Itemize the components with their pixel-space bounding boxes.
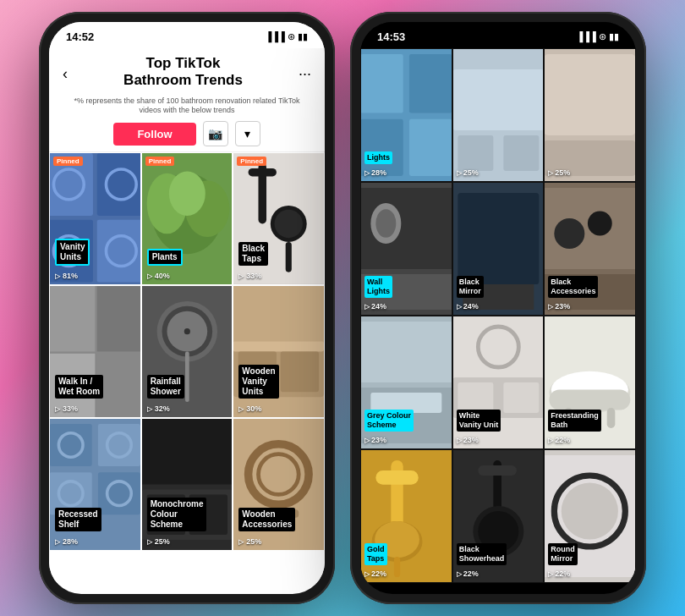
pinned-badge-2: Pinned [145, 157, 175, 166]
p2-label-black-shower: BlackShowerhead [457, 543, 507, 565]
p2-cell-lights[interactable]: Lights ▷ 28% [360, 48, 452, 182]
grid-cell-wetroom[interactable]: Walk In /Wet Room ▷ 33% [49, 285, 141, 418]
p2-cell-round-mirror[interactable]: RoundMirror ▷ 22% [544, 449, 636, 583]
status-icons-2: ▐▐▐ ⊛ ▮▮ [577, 31, 620, 42]
svg-rect-33 [233, 342, 324, 352]
p2-views-white-vanity: ▷ 23% [457, 436, 479, 444]
p2-cell-white-vanity[interactable]: WhiteVanity Unit ▷ 23% [452, 316, 545, 449]
svg-rect-58 [409, 119, 452, 176]
p2-cell-3[interactable]: ▷ 25% [544, 48, 636, 182]
p2-views-grey-scheme: ▷ 23% [364, 436, 386, 444]
p2-cell-grey-scheme[interactable]: Grey ColourScheme ▷ 23% [360, 316, 452, 449]
status-bar-1: 14:52 ▐▐▐ ⊛ ▮▮ [49, 22, 325, 48]
grid-row-3: RecessedShelf ▷ 28% MonochromeColourSche… [49, 418, 325, 551]
cell-views-8: ▷ 25% [147, 537, 170, 546]
svg-point-69 [375, 209, 396, 238]
cell-label-2: Plants [147, 249, 183, 266]
cell-label-9: WoodenAccessories [238, 508, 295, 531]
grid-cell-mono[interactable]: MonochromeColourScheme ▷ 25% [141, 418, 233, 551]
grid-cell-vanity[interactable]: Pinned VanityUnits ▷ 81% [49, 152, 141, 285]
time-1: 14:52 [66, 30, 94, 43]
svg-rect-30 [185, 352, 189, 403]
p2-views-wall-lights: ▷ 24% [364, 302, 386, 311]
grid-cell-black-taps[interactable]: Pinned BlackTaps ▷ 33% [233, 152, 325, 285]
cell-label-8: MonochromeColourScheme [147, 498, 207, 531]
grid-cell-shower[interactable]: RainfallShower ▷ 32% [141, 285, 233, 418]
svg-point-13 [169, 172, 206, 216]
grid-cell-wooden-vanity[interactable]: WoodenVanityUnits ▷ 30% [233, 285, 325, 418]
p2-views-black-shower: ▷ 22% [457, 569, 479, 578]
profile-actions: Follow 📷 ▾ [63, 121, 311, 146]
cell-views-6: ▷ 30% [238, 404, 261, 413]
p2-label-black-acc: BlackAccessories [548, 276, 598, 298]
svg-rect-38 [98, 424, 140, 466]
svg-rect-24 [97, 354, 140, 417]
grid-row-2: Walk In /Wet Room ▷ 33% RainfallShower [49, 285, 325, 418]
p2-cell-gold-taps[interactable]: GoldTaps ▷ 22% [360, 449, 452, 583]
pinned-badge-1: Pinned [53, 157, 83, 166]
cell-views-1: ▷ 81% [55, 272, 78, 280]
svg-rect-56 [409, 54, 452, 113]
svg-rect-96 [375, 470, 418, 485]
p2-cell-freestanding[interactable]: FreestandingBath ▷ 22% [544, 316, 636, 449]
cell-views-4: ▷ 33% [55, 404, 78, 413]
p2-label-round-mirror: RoundMirror [548, 543, 578, 565]
p2-label-gold-taps: GoldTaps [364, 543, 387, 565]
p2-label-wall-lights: WallLights [364, 276, 392, 298]
more-button[interactable]: ··· [299, 65, 311, 83]
grid-row-1: Pinned VanityUnits ▷ 81% Pinned [49, 152, 325, 285]
svg-point-29 [184, 328, 189, 334]
svg-rect-46 [142, 419, 233, 484]
cell-views-7: ▷ 28% [55, 537, 78, 546]
p2-views-black-acc: ▷ 23% [548, 302, 570, 311]
svg-point-109 [562, 482, 618, 539]
svg-rect-91 [550, 389, 631, 410]
cell-views-2: ▷ 40% [147, 272, 170, 280]
svg-rect-40 [98, 472, 140, 514]
grid-cell-shelf[interactable]: RecessedShelf ▷ 28% [49, 418, 141, 551]
cell-label-1: VanityUnits [55, 239, 90, 266]
cell-views-5: ▷ 32% [147, 404, 170, 413]
svg-rect-2 [97, 153, 140, 216]
grid-cell-wooden-acc[interactable]: WoodenAccessories ▷ 25% [233, 418, 325, 551]
svg-rect-93 [607, 408, 616, 428]
svg-rect-64 [545, 54, 635, 135]
p2-views-2: ▷ 25% [457, 168, 479, 177]
p2-views-gold-taps: ▷ 22% [364, 569, 386, 578]
phone1-content: ‹ Top TikTokBathroom Trends ··· *% repre… [49, 48, 325, 583]
phone2-grid: Lights ▷ 28% ▷ 25% [360, 48, 636, 583]
profile-header: ‹ Top TikTokBathroom Trends ··· *% repre… [49, 48, 325, 152]
p2-label-black-mirror: BlackMirror [457, 276, 484, 298]
svg-rect-21 [50, 286, 95, 351]
share-icon[interactable]: ▾ [235, 121, 260, 146]
p2-cell-2[interactable]: ▷ 25% [452, 48, 545, 182]
p2-views-lights: ▷ 28% [364, 168, 386, 177]
profile-title: Top TikTokBathroom Trends [68, 55, 299, 90]
p2-cell-black-acc[interactable]: BlackAccessories ▷ 23% [544, 182, 636, 316]
svg-rect-4 [97, 220, 140, 283]
p2-label-white-vanity: WhiteVanity Unit [457, 410, 501, 432]
grid-cell-plants[interactable]: Pinned Plants ▷ 40% [141, 152, 233, 285]
svg-rect-57 [361, 119, 403, 176]
svg-rect-60 [453, 69, 544, 130]
svg-rect-72 [458, 193, 539, 284]
p2-row-2: WallLights ▷ 24% BlackMirror ▷ 24% [360, 182, 636, 316]
cell-label-3: BlackTaps [238, 242, 268, 266]
phone-2: 14:53 ▐▐▐ ⊛ ▮▮ Lights ▷ [350, 12, 646, 604]
svg-point-77 [588, 212, 612, 236]
cell-label-5: RainfallShower [147, 375, 184, 399]
p2-views-3: ▷ 25% [548, 168, 570, 177]
instagram-icon[interactable]: 📷 [203, 121, 228, 146]
status-icons-1: ▐▐▐ ⊛ ▮▮ [266, 31, 309, 42]
svg-rect-85 [458, 382, 493, 413]
p2-cell-wall-lights[interactable]: WallLights ▷ 24% [360, 182, 452, 316]
p2-label-lights: Lights [364, 151, 392, 164]
svg-rect-19 [286, 242, 292, 272]
p2-cell-black-mirror[interactable]: BlackMirror ▷ 24% [452, 182, 545, 316]
svg-rect-61 [458, 135, 493, 171]
svg-rect-22 [97, 286, 140, 351]
follow-button[interactable]: Follow [113, 123, 195, 146]
p2-row-4: GoldTaps ▷ 22% BlackShowerhead [360, 449, 636, 583]
p2-cell-black-shower[interactable]: BlackShowerhead ▷ 22% [452, 449, 545, 583]
p2-row-1: Lights ▷ 28% ▷ 25% [360, 48, 636, 182]
